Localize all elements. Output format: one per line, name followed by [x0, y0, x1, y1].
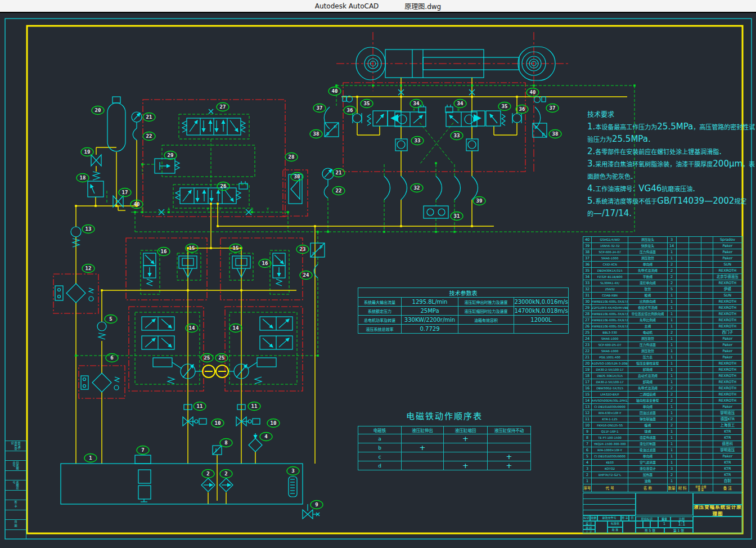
- margin-cell: 底图总号: [5, 480, 26, 490]
- svg-text:B: B: [251, 207, 253, 212]
- tech-req-line: 3.采用漆白焦油环氧树脂涂装，油漆干膜厚度200μm，表: [587, 158, 754, 170]
- svg-text:31: 31: [454, 213, 460, 219]
- bom-row: 14A4VSO500DR/30L-2PH12N00N轴向柱塞变量泵2REXROT…: [583, 398, 742, 404]
- bom-row: 322SN32软管5伊顿: [583, 286, 742, 293]
- tech-req-line: 验压力为25.5MPa.: [587, 133, 754, 146]
- svg-text:36: 36: [519, 106, 525, 112]
- params-title: 技术参数表: [358, 288, 569, 298]
- bom-row: 16DBW30G2-5X/315先导式溢流阀2REXROTH: [583, 385, 742, 392]
- svg-text:32: 32: [414, 185, 420, 191]
- bom-row: 8TE PT-100-1500温度传感器1KTR: [583, 435, 742, 441]
- company-cell: [693, 493, 742, 505]
- weight-label: 重量: [658, 516, 670, 521]
- stage-label: 阶段标记: [636, 516, 658, 521]
- svg-text:n: n: [312, 250, 315, 256]
- bom-row: 36CXID-XCN单向阀2SUN: [583, 262, 742, 268]
- solenoid-state: +: [488, 461, 531, 470]
- solenoid-state: +: [444, 461, 488, 470]
- drawing-number-cell: [636, 493, 693, 515]
- svg-text:37: 37: [317, 105, 323, 111]
- solenoid-header: 电磁铁: [358, 426, 402, 434]
- bom-row: 5CI DB101E030U9000单向阀1Paker: [583, 453, 742, 460]
- param-value: 25MPa: [402, 307, 458, 316]
- solenoid-name: a: [358, 434, 402, 443]
- param-value: 23000kN,0.016m/s: [514, 298, 569, 307]
- bom-row: 20A10VSO-100/52R-3-20B-M10恒压变量柱塞泵1REXROT…: [583, 361, 742, 367]
- solenoid-state: [402, 434, 444, 443]
- solenoid-state: +: [402, 443, 444, 452]
- bom-row: 11KTR-1-125弹性联轴器2德国KTR: [583, 416, 742, 423]
- param-label: 液压系统总效率: [358, 325, 402, 334]
- revision-grid: [583, 493, 636, 515]
- svg-text:7: 7: [141, 447, 144, 453]
- svg-text:40: 40: [332, 88, 338, 94]
- bom-row: 38SCP-600-24-07压力传感器1Paker: [583, 249, 742, 255]
- svg-text:30: 30: [294, 174, 300, 179]
- svg-text:33: 33: [415, 138, 421, 143]
- param-value: 330KW/2200r/min: [402, 316, 458, 325]
- bom-row: 34FD32F-B11B/B00平衡阀2北京华德液压: [583, 274, 742, 280]
- bom-row: 4KE03空气滤清器1KTR: [583, 460, 742, 466]
- svg-text:34: 34: [457, 101, 464, 106]
- bill-of-materials: 40GSHG1/4/WD测压接头3Spradov3916N56-32-32快换接…: [583, 236, 742, 492]
- margin-cell: 日 期: [5, 519, 26, 529]
- standardization-label: 标准化: [608, 521, 623, 527]
- bom-row: 304WREE10E-600L-3X/E7/D3比例换向阀1REXROTH: [583, 299, 742, 305]
- margin-cell: 旧底图总号: [5, 460, 26, 470]
- svg-text:28: 28: [289, 154, 295, 160]
- solenoid-state: [488, 443, 531, 452]
- count-label: 处数: [590, 515, 597, 521]
- solenoid-sequence-table: 电磁铁液压缸伸出液压缸缩回液压缸保持不动a+b+c+d++: [358, 426, 531, 470]
- svg-text:9: 9: [315, 502, 318, 507]
- svg-text:17: 17: [122, 190, 128, 195]
- svg-text:3: 3: [291, 468, 294, 474]
- weight-value: 1: [658, 521, 670, 528]
- svg-text:37: 37: [550, 105, 556, 111]
- solenoid-state: [402, 452, 444, 461]
- scale-value: 1:1: [670, 521, 693, 528]
- svg-text:10: 10: [215, 420, 221, 426]
- svg-text:12: 12: [86, 266, 92, 271]
- stage-box-1: [636, 521, 643, 528]
- drawing-title: 液压变幅系统设计原理图: [693, 505, 742, 516]
- tech-req-line: 2.各零部件在安装前应在螺钉处涂上锂基润滑脂.: [587, 146, 754, 158]
- technical-requirements: 技术要求 1.本设备最高工作压力为25.5MPa，高压管路的密封性试验压力为25…: [587, 109, 754, 220]
- solenoid-name: d: [358, 461, 402, 470]
- svg-text:36: 36: [347, 107, 353, 113]
- stage-box-2: [643, 521, 650, 528]
- bom-row: 3916N56-32-32快换接头14Paker: [583, 243, 742, 249]
- margin-cell: 借(通)用件登记: [5, 441, 26, 451]
- svg-text:11: 11: [197, 403, 203, 409]
- bom-row: 23SCP-600-D5-D7压力传感器1Paker: [583, 342, 742, 348]
- sign-label: 签 字: [621, 515, 629, 521]
- margin-cell: [5, 451, 26, 461]
- svg-text:n: n: [534, 124, 537, 130]
- solenoid-header: 液压缸伸出: [402, 426, 444, 434]
- svg-text:n: n: [334, 124, 336, 129]
- svg-text:27: 27: [220, 104, 226, 110]
- svg-text:8: 8: [224, 440, 227, 446]
- param-label: 油箱有效容积: [458, 316, 514, 325]
- tech-req-title: 技术要求: [587, 109, 754, 119]
- svg-text:19: 19: [84, 149, 91, 155]
- margin-cell: [5, 510, 26, 520]
- param-value: 1295.8L/min: [402, 298, 458, 307]
- param-label: 液压缸伸出时推力及速度: [458, 298, 514, 307]
- bom-row: 29Z2FS10F0-4X/4QVM-VBB叠加式节流阀1REXROTH: [583, 305, 742, 311]
- solenoid-header: 液压缸缩回: [444, 426, 488, 434]
- autocad-window: Autodesk AutoCAD 原理图.dwg: [0, 0, 756, 548]
- svg-text:A: A: [413, 107, 415, 111]
- solenoid-name: b: [358, 443, 402, 452]
- bom-row: 9Q11F-16P-1球阀1KTR: [583, 429, 742, 435]
- svg-text:22: 22: [146, 133, 152, 139]
- svg-text:25: 25: [219, 355, 225, 361]
- bom-row: 1油箱1自制: [583, 478, 742, 484]
- bom-row: 33SL30PA1-4X/液控单向阀2REXROTH: [583, 280, 742, 286]
- param-value: 0.7729: [402, 325, 458, 334]
- approve-label: 批 准: [608, 527, 623, 533]
- bom-row: 12RFA-630×10F-Y回油过滤器1黎明液压: [583, 410, 742, 416]
- checker-label: 审 核: [583, 525, 595, 529]
- param-label: 总电机功率及转速: [358, 316, 402, 325]
- param-label: 系统最大输出流量: [358, 298, 402, 307]
- bom-row: 31CDAB-XBN梭阀1SUN: [583, 293, 742, 299]
